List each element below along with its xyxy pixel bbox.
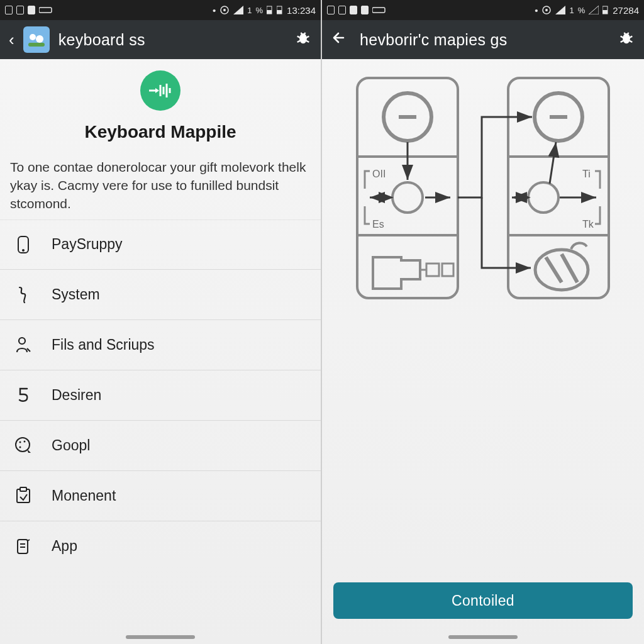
target-icon [219, 5, 230, 15]
back-arrow-icon[interactable] [331, 30, 347, 50]
phone-right: • 1 % 27284 hevborir'c mapies gs [322, 0, 644, 644]
list-item-label: Fils and Scriups [52, 336, 155, 353]
svg-line-70 [562, 254, 577, 282]
list-item-label: Goopl [52, 437, 90, 454]
svg-point-67 [528, 182, 558, 213]
diagram-label-ti: Ti [582, 169, 591, 179]
notification-icon [350, 6, 357, 14]
bug-icon[interactable] [294, 29, 312, 50]
five-icon [13, 386, 34, 404]
squiggle-icon [13, 285, 34, 304]
list-item-app[interactable]: App [0, 521, 321, 572]
sim-icon [5, 6, 13, 14]
svg-rect-7 [277, 10, 282, 14]
signal2-icon [589, 6, 599, 14]
list-item-desiren[interactable]: Desiren [0, 370, 321, 421]
svg-line-69 [546, 257, 562, 282]
battery-icon-1 [267, 6, 273, 14]
percent-icon: % [578, 6, 586, 15]
hero: Keyboard Mappile [0, 59, 321, 147]
battery-icon-2 [277, 6, 283, 14]
svg-line-35 [28, 540, 30, 541]
back-caret-icon[interactable]: ‹ [9, 30, 14, 50]
dot-icon: • [213, 5, 216, 16]
svg-marker-3 [233, 6, 243, 14]
list-item-label: System [52, 286, 100, 303]
svg-rect-62 [508, 78, 609, 298]
svg-line-46 [621, 41, 624, 42]
signal-text-icon: 1 [247, 6, 252, 15]
list-item-monenent[interactable]: Monenent [0, 471, 321, 521]
list-item-system[interactable]: System [0, 270, 321, 320]
list-item-label: PaySruppy [52, 236, 123, 253]
list-item-fils[interactable]: Fils and Scriups [0, 320, 321, 370]
phone-icon [13, 235, 34, 254]
svg-rect-0 [39, 8, 52, 13]
app-bar-title: keyboard ss [58, 31, 286, 49]
svg-line-14 [297, 41, 301, 42]
battery-icon [602, 6, 609, 14]
app-bar: hevborir'c mapies gs [322, 20, 644, 59]
app-bar: ‹ keyboard ss [0, 20, 321, 59]
svg-point-8 [30, 34, 36, 40]
app-logo-icon [23, 26, 50, 53]
contoiled-button[interactable]: Contoiled [333, 582, 633, 619]
svg-point-9 [36, 35, 43, 43]
hero-sound-icon [140, 70, 180, 111]
diagram-label-oil: OII [372, 169, 386, 179]
dot-icon: • [535, 5, 538, 16]
mapping-diagram: OII Es [322, 59, 644, 582]
svg-rect-58 [442, 264, 453, 276]
notification-icon [28, 6, 35, 14]
phone-outline-icon [16, 6, 24, 14]
svg-line-71 [550, 142, 556, 184]
settings-list: PaySruppy System Fils and Scriups Desire… [0, 219, 321, 572]
nav-indicator[interactable] [448, 635, 518, 639]
svg-rect-5 [267, 10, 272, 14]
hero-title: Keyboard Mappile [84, 122, 236, 142]
svg-point-11 [299, 33, 307, 43]
app-bar-title: hevborir'c mapies gs [360, 31, 609, 49]
signal-icon [555, 6, 565, 14]
list-item-label: Monenent [52, 487, 116, 504]
card-icon [372, 6, 386, 14]
svg-point-25 [19, 338, 25, 344]
svg-point-27 [19, 441, 21, 443]
svg-point-28 [24, 441, 26, 443]
svg-rect-31 [20, 487, 26, 491]
document-icon [13, 538, 34, 555]
svg-rect-10 [28, 43, 45, 47]
target-icon [541, 5, 552, 15]
list-item-goopl[interactable]: Goopl [0, 421, 321, 471]
svg-point-24 [22, 249, 25, 252]
percent-icon: % [256, 6, 264, 15]
svg-point-55 [392, 182, 423, 213]
card-icon [39, 6, 53, 14]
svg-marker-40 [589, 6, 599, 14]
svg-line-15 [306, 41, 309, 42]
phone-outline-icon [338, 6, 346, 14]
signal-icon [233, 6, 243, 14]
phone-left: • 1 % 13:234 ‹ keyboard ss [0, 0, 322, 644]
list-item-paysruppy[interactable]: PaySruppy [0, 219, 321, 270]
person-icon [13, 336, 34, 353]
svg-rect-36 [372, 8, 385, 13]
signal-text-icon: 1 [569, 6, 574, 15]
svg-rect-56 [426, 264, 439, 276]
status-bar: • 1 % 13:234 [0, 0, 321, 20]
pa-icon [361, 6, 369, 14]
diagram-label-es: Es [372, 219, 384, 230]
svg-marker-39 [555, 6, 565, 14]
svg-point-29 [19, 447, 21, 448]
svg-point-43 [623, 33, 630, 43]
bug-icon[interactable] [618, 29, 635, 50]
palette-icon [13, 436, 34, 454]
nav-indicator[interactable] [126, 635, 195, 639]
clipboard-icon [13, 487, 34, 504]
status-time: 27284 [613, 5, 639, 16]
hero-description: To one contae donerolocar your gift mole… [0, 147, 321, 219]
svg-line-47 [630, 41, 633, 42]
svg-point-2 [223, 9, 226, 11]
list-item-label: Desiren [52, 387, 101, 404]
status-bar: • 1 % 27284 [322, 0, 644, 20]
